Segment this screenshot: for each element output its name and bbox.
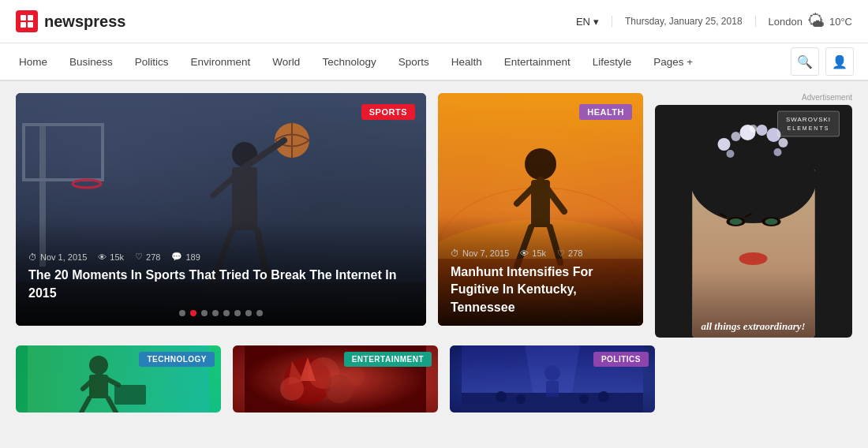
lang-chevron-icon: ▾: [593, 16, 599, 28]
carousel-dots: [28, 310, 413, 316]
svg-point-33: [731, 132, 741, 141]
nav-item-environment[interactable]: Environment: [180, 44, 262, 80]
nav-icons: 🔍 👤: [791, 47, 860, 76]
nav-item-world[interactable]: World: [261, 44, 311, 80]
temperature-display: 10°C: [829, 16, 852, 28]
city-label: London: [769, 16, 803, 28]
dot-4[interactable]: [212, 310, 219, 316]
dot-5[interactable]: [223, 310, 230, 316]
card-technology[interactable]: TECHNOLOGY: [16, 345, 221, 413]
dot-7[interactable]: [245, 310, 252, 316]
svg-point-35: [757, 125, 768, 136]
nav-item-sports[interactable]: Sports: [387, 44, 440, 80]
svg-rect-59: [114, 385, 146, 405]
svg-rect-3: [28, 22, 33, 28]
svg-text:SWAROVSKI: SWAROVSKI: [786, 116, 831, 123]
card-overlay: ⏱ Nov 1, 2015 👁 15k ♡ 278 💬 189 The 20 M…: [16, 220, 426, 326]
svg-point-38: [727, 150, 735, 158]
featured-card-health[interactable]: HEALTH ⏱ Nov 7, 2015 👁 15k ♡ 278 Manhunt…: [438, 93, 643, 326]
svg-rect-0: [21, 15, 26, 21]
nav-item-technology[interactable]: Technology: [311, 44, 387, 80]
svg-point-53: [89, 356, 108, 375]
svg-point-65: [346, 368, 365, 386]
svg-point-71: [516, 394, 526, 404]
card-politics[interactable]: POLITICS: [450, 345, 655, 413]
svg-text:ELEMENTS: ELEMENTS: [788, 125, 830, 131]
dot-3[interactable]: [201, 310, 208, 316]
language-selector[interactable]: EN ▾: [576, 16, 599, 28]
mid-overlay: ⏱ Nov 7, 2015 👁 15k ♡ 278 Manhunt Intens…: [438, 217, 643, 326]
advertisement-box[interactable]: SWAROVSKI ELEMENTS all things extraordin…: [655, 105, 852, 338]
date-display: Thursday, January 25, 2018: [612, 16, 756, 27]
views-stat: 👁 15k: [98, 252, 124, 262]
featured-title: The 20 Moments In Sports That Tried To B…: [28, 267, 413, 302]
bottom-row: TECHNOLOGY ENTERTAINMENT: [0, 345, 868, 424]
svg-rect-1: [28, 15, 33, 21]
svg-point-40: [750, 125, 758, 133]
svg-point-70: [496, 391, 507, 402]
comments-stat: 💬 189: [171, 252, 200, 262]
nav-item-home[interactable]: Home: [8, 44, 58, 80]
svg-rect-2: [21, 22, 26, 28]
bottom-ad-spacer: [667, 345, 852, 413]
svg-point-73: [598, 391, 609, 402]
nav-item-health[interactable]: Health: [440, 44, 493, 80]
featured-left: SPORTS ⏱ Nov 1, 2015 👁 15k ♡ 278 💬 189 T…: [16, 93, 426, 338]
logo-icon: [16, 10, 38, 32]
main-nav: Home Business Politics Environment World…: [0, 43, 868, 81]
card-meta: ⏱ Nov 1, 2015 👁 15k ♡ 278 💬 189: [28, 252, 413, 262]
nav-item-lifestyle[interactable]: Lifestyle: [582, 44, 643, 80]
weather-area: London 🌤 10°C: [769, 11, 852, 32]
svg-point-45: [730, 218, 743, 225]
svg-rect-48: [778, 111, 840, 136]
user-button[interactable]: 👤: [825, 47, 854, 76]
mid-title: Manhunt Intensifies For Fugitive In Kent…: [451, 263, 630, 316]
featured-card-sports[interactable]: SPORTS ⏱ Nov 1, 2015 👁 15k ♡ 278 💬 189 T…: [16, 93, 426, 326]
lang-label: EN: [576, 16, 590, 28]
svg-point-32: [718, 138, 731, 151]
entertainment-badge[interactable]: ENTERTAINMENT: [344, 352, 432, 367]
clock-icon: ⏱ Nov 1, 2015: [28, 252, 87, 262]
dot-2[interactable]: [190, 310, 196, 316]
svg-point-47: [739, 252, 768, 265]
header-right: EN ▾ Thursday, January 25, 2018 London 🌤…: [576, 11, 852, 32]
svg-point-46: [765, 218, 778, 225]
dot-6[interactable]: [234, 310, 241, 316]
svg-point-72: [579, 394, 589, 404]
svg-point-37: [779, 138, 788, 147]
svg-point-21: [525, 148, 556, 180]
nav-item-politics[interactable]: Politics: [124, 44, 180, 80]
mid-likes: ♡ 278: [557, 248, 582, 259]
sports-badge[interactable]: SPORTS: [361, 104, 415, 120]
politics-badge[interactable]: POLITICS: [593, 352, 649, 367]
card-entertainment[interactable]: ENTERTAINMENT: [233, 345, 438, 413]
main-content: SPORTS ⏱ Nov 1, 2015 👁 15k ♡ 278 💬 189 T…: [0, 81, 868, 345]
mid-clock-icon: ⏱ Nov 7, 2015: [451, 248, 509, 258]
search-button[interactable]: 🔍: [791, 47, 819, 76]
dot-1[interactable]: [179, 310, 185, 316]
svg-point-39: [774, 148, 782, 156]
logo-area[interactable]: newspress: [16, 10, 125, 32]
ad-label: Advertisement: [655, 93, 852, 102]
technology-badge[interactable]: TECHNOLOGY: [139, 352, 215, 367]
mid-views: 👁 15k: [520, 248, 546, 258]
site-header: newspress EN ▾ Thursday, January 25, 201…: [0, 0, 868, 43]
dot-8[interactable]: [256, 310, 263, 316]
ad-column: Advertisement: [655, 93, 852, 338]
nav-item-business[interactable]: Business: [58, 44, 124, 80]
likes-stat: ♡ 278: [135, 252, 160, 262]
svg-point-31: [690, 136, 817, 223]
svg-text:all things extraordinary!: all things extraordinary!: [701, 320, 805, 332]
nav-links: Home Business Politics Environment World…: [8, 43, 704, 80]
nav-item-pages[interactable]: Pages +: [642, 44, 704, 80]
featured-mid: HEALTH ⏱ Nov 7, 2015 👁 15k ♡ 278 Manhunt…: [438, 93, 643, 338]
weather-icon: 🌤: [807, 11, 825, 32]
mid-meta: ⏱ Nov 7, 2015 👁 15k ♡ 278: [451, 248, 630, 259]
health-badge[interactable]: HEALTH: [579, 104, 632, 120]
logo-text: newspress: [44, 13, 125, 31]
nav-item-entertainment[interactable]: Entertainment: [493, 44, 582, 80]
